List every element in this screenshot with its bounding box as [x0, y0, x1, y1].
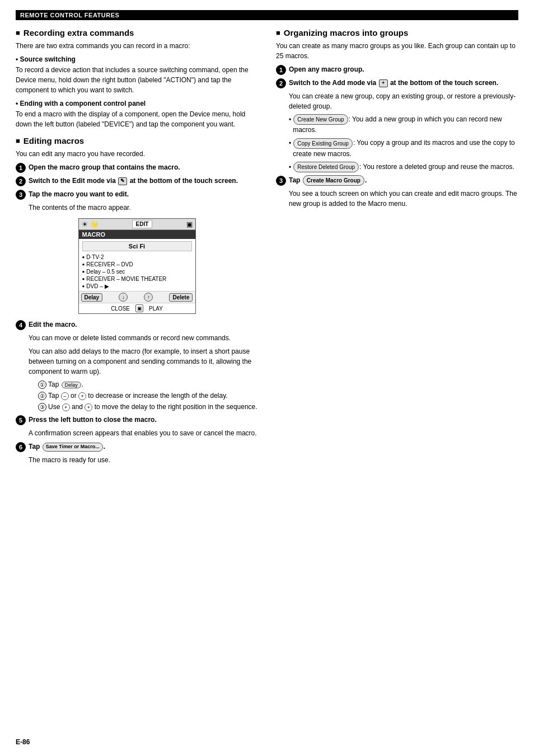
org-step-circle-2: 2: [276, 78, 286, 88]
macro-edit-label: EDIT: [132, 220, 153, 228]
org-step-2: 2 Switch to the Add mode via + at the bo…: [276, 78, 518, 88]
up-button[interactable]: ↑: [144, 293, 153, 302]
editing-intro: You can edit any macro you have recorded…: [16, 149, 258, 159]
up-btn-2: +: [85, 403, 92, 411]
source-switching-title: • Source switching: [16, 55, 258, 63]
edit-step-1-text: Open the macro group that contains the m…: [29, 162, 180, 172]
edit-step-3-text: Tap the macro you want to edit.: [29, 189, 129, 199]
edit-step-4: 4 Edit the macro.: [16, 320, 258, 330]
delete-button[interactable]: Delete: [169, 293, 193, 302]
org-step-3-subtext: You see a touch screen on which you can …: [289, 189, 518, 209]
bullet-list-wrapper: • Create New Group: You add a new group …: [289, 114, 518, 172]
create-new-group-badge: Create New Group: [293, 114, 348, 125]
edit-step-4-text2: You can also add delays to the macro (fo…: [29, 346, 258, 377]
recording-intro: There are two extra commands you can rec…: [16, 41, 258, 51]
down-button[interactable]: ↓: [119, 293, 128, 302]
substep-4-1: ① Tap Delay.: [38, 379, 258, 389]
substep-4-2: ② Tap – or + to decrease or increase the…: [38, 391, 258, 400]
delay-button[interactable]: Delay: [81, 293, 103, 302]
substep-4-2-text: Tap – or + to decrease or increase the l…: [48, 392, 228, 400]
header-title: REMOTE CONTROL FEATURES: [20, 12, 119, 18]
edit-step-2-text: Switch to the Edit mode via ✎ at the bot…: [29, 176, 238, 186]
edit-step-1: 1 Open the macro group that contains the…: [16, 162, 258, 173]
org-step-3-text: Tap Create Macro Group.: [289, 175, 367, 186]
circle-num-2: ②: [38, 392, 46, 400]
edit-mode-icon: ✎: [118, 177, 127, 185]
step4-substeps: ① Tap Delay. ② Tap – or + to decrease or…: [38, 379, 258, 411]
save-timer-badge: Save Timer or Macro...: [43, 443, 103, 452]
bullet-dot-3: •: [289, 162, 291, 172]
header-bar: REMOTE CONTROL FEATURES: [16, 10, 518, 20]
macro-item-4: RECEIVER – MOVIE THEATER: [82, 275, 192, 283]
org-step-circle-1: 1: [276, 65, 286, 75]
organizing-section-title: Organizing macros into groups: [276, 28, 518, 37]
add-mode-icon: +: [379, 79, 388, 87]
substep-4-3-text: Use + and + to move the delay to the rig…: [48, 403, 257, 411]
up-btn: +: [62, 403, 70, 411]
macro-list: D·TV·2 RECEIVER – DVD Delay – 0.5 sec RE…: [79, 252, 195, 291]
macro-group-name: Sci Fi: [82, 241, 192, 251]
macro-item-1: D·TV·2: [82, 253, 192, 261]
edit-step-5: 5 Press the left button to close the mac…: [16, 415, 258, 425]
edit-step-4-text1: You can move or delete listed commands o…: [29, 333, 258, 343]
step-circle-5: 5: [16, 415, 26, 425]
bullet-item-1: • Create New Group: You add a new group …: [289, 114, 518, 135]
right-column: Organizing macros into groups You can cr…: [276, 28, 518, 465]
editing-section-title: Editing macros: [16, 136, 258, 145]
bullet-item-2: • Copy Existing Group: You copy a group …: [289, 138, 518, 158]
macro-buttons: Delay ↓ ↑ Delete: [79, 291, 195, 303]
step-circle-2: 2: [16, 176, 26, 186]
step-circle-3: 3: [16, 190, 26, 200]
edit-step-6-subtext: The macro is ready for use.: [29, 455, 258, 465]
delay-badge: Delay: [62, 382, 81, 388]
org-step-3: 3 Tap Create Macro Group.: [276, 175, 518, 186]
edit-step-3-subtext: The contents of the macro appear.: [29, 203, 258, 213]
org-step-1-text: Open any macro group.: [289, 64, 364, 74]
step-circle-1: 1: [16, 163, 26, 173]
macro-title-bar: MACRO: [79, 230, 195, 239]
org-step-1: 1 Open any macro group.: [276, 64, 518, 75]
macro-screen: ☀ 🌟 EDIT ▣ MACRO Sci Fi D·TV·2 RECEIVER …: [78, 218, 196, 314]
circle-num-3: ③: [38, 403, 46, 411]
bullet-dot-1: •: [289, 115, 291, 125]
bullet-item-3: • Restore Deleted Group: You restore a d…: [289, 162, 518, 172]
substep-4-3: ③ Use + and + to move the delay to the r…: [38, 402, 258, 411]
org-step-2-bullets: • Create New Group: You add a new group …: [289, 114, 518, 172]
copy-existing-group-badge: Copy Existing Group: [293, 138, 353, 149]
macro-close-bar: CLOSE ▣ PLAY: [79, 303, 195, 313]
ending-panel-text: To end a macro with the display of a com…: [16, 109, 258, 129]
step-circle-6: 6: [16, 442, 26, 452]
macro-item-2: RECEIVER – DVD: [82, 261, 192, 268]
macro-item-3: Delay – 0.5 sec: [82, 268, 192, 275]
minus-btn: –: [61, 392, 69, 400]
source-switching-text: To record a device action that includes …: [16, 65, 258, 95]
bullet-dot-2: •: [289, 138, 291, 148]
macro-icon-1: ☀: [82, 220, 88, 228]
edit-step-6-text: Tap Save Timer or Macro....: [29, 442, 105, 452]
bullet-2-text: Copy Existing Group: You copy a group an…: [293, 138, 518, 158]
edit-step-5-text: A confirmation screen appears that enabl…: [29, 428, 258, 438]
bullet-3-text: Restore Deleted Group: You restore a del…: [293, 162, 514, 172]
close-label: CLOSE: [111, 306, 130, 312]
circle-num-1: ①: [38, 381, 46, 389]
play-label: PLAY: [149, 306, 163, 312]
substep-4-1-text: Tap Delay.: [48, 381, 83, 388]
restore-deleted-group-badge: Restore Deleted Group: [293, 162, 359, 172]
left-column: Recording extra commands There are two e…: [16, 28, 258, 465]
ending-panel-title: • Ending with a component control panel: [16, 100, 258, 107]
edit-step-4-title: Edit the macro.: [29, 320, 77, 330]
page-number: E-86: [16, 738, 30, 746]
macro-topbar-icons: ☀ 🌟: [82, 220, 99, 228]
plus-btn: +: [78, 392, 86, 400]
create-macro-group-badge: Create Macro Group: [303, 175, 364, 186]
recording-section-title: Recording extra commands: [16, 28, 258, 37]
edit-step-5-title: Press the left button to close the macro…: [29, 415, 157, 425]
org-step-2-text: Switch to the Add mode via + at the bott…: [289, 78, 498, 88]
step-circle-4: 4: [16, 320, 26, 330]
edit-step-6: 6 Tap Save Timer or Macro....: [16, 442, 258, 452]
close-icon: ▣: [135, 304, 143, 312]
macro-icon-2: 🌟: [90, 220, 99, 228]
edit-step-3: 3 Tap the macro you want to edit.: [16, 189, 258, 200]
bullet-1-text: Create New Group: You add a new group in…: [293, 114, 518, 135]
org-step-2-detail: You can create a new group, copy an exis…: [289, 91, 518, 111]
